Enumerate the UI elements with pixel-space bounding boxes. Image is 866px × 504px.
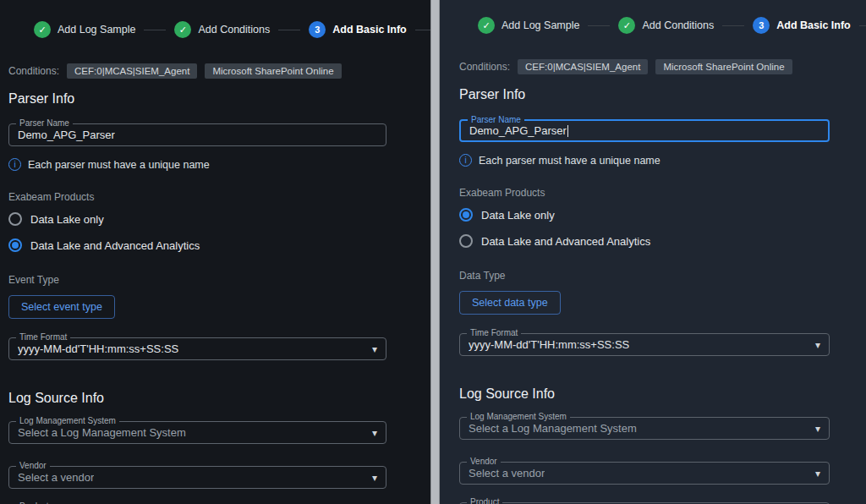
step-label: Add Log Sample bbox=[58, 24, 135, 36]
vendor-select[interactable]: Vendor Select a vendor ▾ bbox=[8, 466, 386, 489]
step-add-conditions[interactable]: ✓ Add Conditions bbox=[174, 21, 270, 38]
step-label: Add Conditions bbox=[198, 24, 270, 36]
radio-icon bbox=[8, 212, 22, 226]
field-value: yyyy-MM-dd'T'HH:mm:ss+SS:SS bbox=[18, 342, 178, 355]
text-cursor bbox=[567, 125, 568, 137]
conditions-row: Conditions: CEF:0|MCAS|SIEM_Agent Micros… bbox=[459, 59, 866, 74]
info-icon: i bbox=[8, 158, 21, 171]
field-label: Time Format bbox=[467, 328, 521, 338]
window-divider[interactable] bbox=[430, 0, 440, 504]
field-value: Select a Log Management System bbox=[18, 426, 186, 439]
step-label: Add Basic Info bbox=[332, 24, 407, 36]
step-complete-icon: ✓ bbox=[618, 17, 635, 34]
exabeam-products-label: Exabeam Products bbox=[8, 191, 430, 203]
step-connector bbox=[588, 25, 610, 26]
step-add-basic-info[interactable]: 3 Add Basic Info bbox=[309, 21, 407, 38]
chevron-down-icon: ▾ bbox=[808, 468, 820, 479]
field-label: Vendor bbox=[467, 457, 501, 467]
step-connector bbox=[278, 30, 300, 30]
parser-info-title: Parser Info bbox=[8, 91, 430, 107]
log-management-system-select[interactable]: Log Management System Select a Log Manag… bbox=[8, 421, 386, 444]
conditions-label: Conditions: bbox=[8, 65, 59, 77]
field-value: Demo_APG_Parser bbox=[469, 124, 567, 137]
step-add-basic-info[interactable]: 3 Add Basic Info bbox=[753, 17, 851, 34]
field-value: Select a vendor bbox=[18, 471, 94, 484]
radio-data-lake-advanced-analytics[interactable]: Data Lake and Advanced Analytics bbox=[8, 238, 430, 252]
field-label: Vendor bbox=[16, 461, 50, 471]
conditions-label: Conditions: bbox=[459, 61, 510, 73]
log-source-info-title: Log Source Info bbox=[8, 391, 430, 406]
stepper: ✓ Add Log Sample ✓ Add Conditions 3 Add … bbox=[478, 17, 866, 34]
step-add-log-sample[interactable]: ✓ Add Log Sample bbox=[34, 21, 135, 38]
stepper: ✓ Add Log Sample ✓ Add Conditions 3 Add … bbox=[34, 21, 430, 38]
condition-chip: Microsoft SharePoint Online bbox=[655, 59, 792, 74]
field-value: Demo_APG_Parser bbox=[18, 129, 115, 141]
event-type-label: Event Type bbox=[8, 274, 430, 286]
field-label: Log Management System bbox=[467, 412, 570, 422]
step-add-conditions[interactable]: ✓ Add Conditions bbox=[618, 17, 714, 34]
step-label: Add Conditions bbox=[642, 19, 714, 31]
condition-chip: CEF:0|MCAS|SIEM_Agent bbox=[67, 63, 197, 79]
field-value: Select a vendor bbox=[469, 467, 545, 479]
field-label: Product bbox=[467, 497, 502, 504]
radio-label: Data Lake only bbox=[481, 209, 555, 222]
unique-name-note: i Each parser must have a unique name bbox=[459, 154, 866, 167]
info-icon: i bbox=[459, 154, 472, 167]
field-label: Time Format bbox=[16, 332, 70, 342]
log-management-system-select[interactable]: Log Management System Select a Log Manag… bbox=[459, 417, 830, 440]
field-label: Parser Name bbox=[16, 118, 73, 129]
condition-chip: CEF:0|MCAS|SIEM_Agent bbox=[518, 59, 648, 74]
step-complete-icon: ✓ bbox=[174, 21, 191, 38]
field-value: Select a Log Management System bbox=[469, 422, 637, 435]
radio-icon bbox=[8, 238, 22, 252]
chevron-down-icon: ▾ bbox=[365, 428, 377, 438]
step-label: Add Log Sample bbox=[502, 19, 579, 31]
field-value: yyyy-MM-dd'T'HH:mm:ss+SS:SS bbox=[469, 338, 629, 351]
field-label: Parser Name bbox=[468, 115, 524, 125]
check-icon: ✓ bbox=[623, 20, 631, 31]
conditions-row: Conditions: CEF:0|MCAS|SIEM_Agent Micros… bbox=[8, 63, 430, 79]
check-icon: ✓ bbox=[179, 25, 187, 36]
step-connector bbox=[859, 25, 866, 26]
chevron-down-icon: ▾ bbox=[808, 424, 820, 434]
chevron-down-icon: ▾ bbox=[808, 340, 820, 350]
vendor-select[interactable]: Vendor Select a vendor ▾ bbox=[459, 462, 830, 485]
radio-label: Data Lake and Advanced Analytics bbox=[30, 239, 200, 252]
radio-data-lake-advanced-analytics[interactable]: Data Lake and Advanced Analytics bbox=[459, 234, 866, 248]
log-source-info-title: Log Source Info bbox=[459, 386, 866, 402]
select-event-type-button[interactable]: Select event type bbox=[8, 295, 115, 319]
radio-icon bbox=[459, 208, 473, 222]
note-text: Each parser must have a unique name bbox=[28, 159, 210, 171]
condition-chip: Microsoft SharePoint Online bbox=[205, 63, 341, 79]
chevron-down-icon: ▾ bbox=[365, 473, 377, 483]
time-format-select[interactable]: Time Format yyyy-MM-dd'T'HH:mm:ss+SS:SS … bbox=[8, 337, 386, 360]
step-connector bbox=[415, 30, 430, 30]
step-connector bbox=[722, 25, 744, 26]
unique-name-note: i Each parser must have a unique name bbox=[8, 158, 430, 171]
step-add-log-sample[interactable]: ✓ Add Log Sample bbox=[478, 17, 579, 34]
parser-name-field[interactable]: Parser Name Demo_APG_Parser bbox=[459, 119, 830, 142]
radio-data-lake-only[interactable]: Data Lake only bbox=[8, 212, 430, 226]
step-complete-icon: ✓ bbox=[34, 21, 51, 38]
radio-label: Data Lake and Advanced Analytics bbox=[481, 235, 650, 248]
check-icon: ✓ bbox=[38, 25, 46, 36]
field-label: Log Management System bbox=[16, 416, 119, 426]
step-number: 3 bbox=[309, 21, 326, 38]
data-type-label: Data Type bbox=[459, 270, 866, 282]
radio-data-lake-only[interactable]: Data Lake only bbox=[459, 208, 866, 222]
radio-icon bbox=[459, 234, 473, 248]
exabeam-products-label: Exabeam Products bbox=[459, 187, 866, 199]
parser-name-field[interactable]: Parser Name Demo_APG_Parser bbox=[8, 123, 386, 146]
radio-label: Data Lake only bbox=[30, 213, 104, 226]
dual-wizard-view: ✓ Add Log Sample ✓ Add Conditions 3 Add … bbox=[0, 0, 866, 504]
chevron-down-icon: ▾ bbox=[365, 344, 377, 354]
select-data-type-button[interactable]: Select data type bbox=[459, 291, 561, 315]
check-icon: ✓ bbox=[482, 20, 490, 31]
step-label: Add Basic Info bbox=[776, 19, 851, 31]
time-format-select[interactable]: Time Format yyyy-MM-dd'T'HH:mm:ss+SS:SS … bbox=[459, 333, 830, 356]
parser-info-title: Parser Info bbox=[459, 87, 866, 102]
note-text: Each parser must have a unique name bbox=[479, 155, 660, 167]
step-connector bbox=[144, 30, 166, 30]
step-number: 3 bbox=[753, 17, 770, 34]
step-complete-icon: ✓ bbox=[478, 17, 495, 34]
